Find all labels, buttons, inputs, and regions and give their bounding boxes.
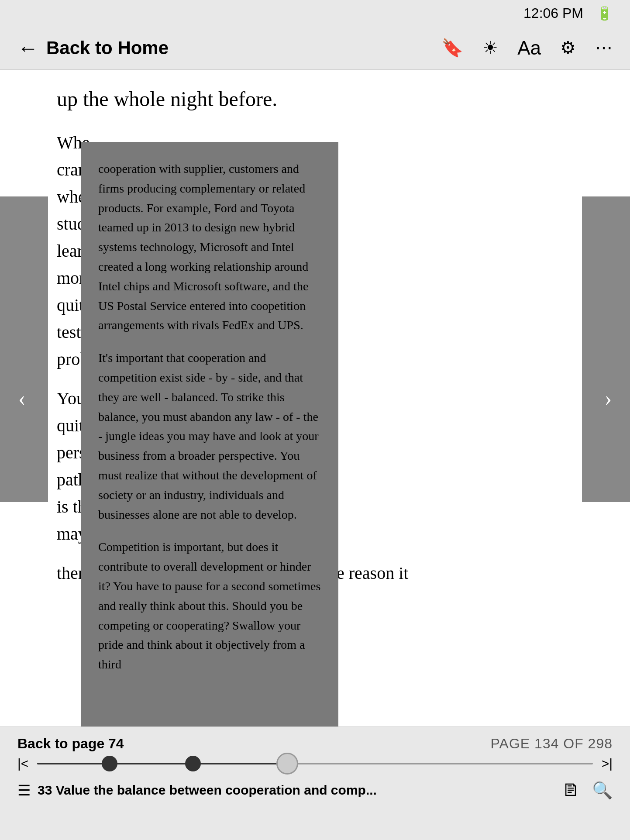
popup-paragraph-1: cooperation with supplier, customers and… xyxy=(98,159,321,335)
bottom-page-info: Back to page 74 PAGE 134 OF 298 xyxy=(17,736,613,752)
back-arrow-icon[interactable]: ← xyxy=(17,38,38,59)
text-line-top: up the whole night before. xyxy=(57,83,573,115)
status-bar: 12:06 PM 🔋 xyxy=(0,0,630,26)
reading-area: up the whole night before. Whe cramt whe… xyxy=(0,70,630,726)
left-arrow-icon: ‹ xyxy=(18,386,26,411)
font-icon[interactable]: Aa xyxy=(517,37,541,59)
back-to-page-button[interactable]: Back to page 74 xyxy=(17,736,124,752)
settings-icon[interactable]: ⚙ xyxy=(560,38,576,58)
slider-thumb-current[interactable] xyxy=(276,753,298,775)
bottom-toolbar-right: 🖹 🔍 xyxy=(562,781,613,800)
slider-container: |< >| xyxy=(17,756,613,771)
slider-thumb-2[interactable] xyxy=(185,756,201,771)
menu-icon[interactable]: ☰ xyxy=(17,781,31,799)
prev-page-button[interactable]: ‹ xyxy=(0,355,44,442)
slider-thumb-1[interactable] xyxy=(102,756,117,771)
next-page-button[interactable]: › xyxy=(586,355,630,442)
bookmark-icon[interactable]: 🔖 xyxy=(441,38,463,58)
popup-paragraph-3: Competition is important, but does it co… xyxy=(98,537,321,675)
more-icon[interactable]: ⋯ xyxy=(595,38,613,58)
bottom-bar: Back to page 74 PAGE 134 OF 298 |< >| ☰ … xyxy=(0,726,630,840)
side-block-right xyxy=(582,196,630,502)
progress-slider[interactable] xyxy=(37,763,592,764)
page-indicator: PAGE 134 OF 298 xyxy=(491,736,613,752)
search-icon[interactable]: 🔍 xyxy=(592,781,613,800)
back-to-home-label[interactable]: Back to Home xyxy=(46,38,169,59)
slider-fill xyxy=(37,763,287,764)
battery-icon: 🔋 xyxy=(596,6,613,21)
popup-paragraph-2: It's important that cooperation and comp… xyxy=(98,348,321,524)
bottom-toolbar: ☰ 33 Value the balance between cooperati… xyxy=(17,778,613,800)
brightness-icon[interactable]: ☀ xyxy=(482,38,498,58)
nav-right: 🔖 ☀ Aa ⚙ ⋯ xyxy=(441,37,613,59)
nav-bar: ← Back to Home 🔖 ☀ Aa ⚙ ⋯ xyxy=(0,26,630,70)
side-block-left xyxy=(0,196,48,502)
bottom-toolbar-left: ☰ 33 Value the balance between cooperati… xyxy=(17,781,377,799)
slider-start-icon[interactable]: |< xyxy=(17,756,28,771)
slider-end-icon[interactable]: >| xyxy=(602,756,613,771)
notes-icon[interactable]: 🖹 xyxy=(562,781,579,800)
popup-overlay: cooperation with supplier, customers and… xyxy=(81,142,338,726)
chapter-title: 33 Value the balance between cooperation… xyxy=(38,783,377,798)
status-time: 12:06 PM xyxy=(523,5,583,21)
nav-left: ← Back to Home xyxy=(17,38,441,59)
right-arrow-icon: › xyxy=(605,386,612,411)
